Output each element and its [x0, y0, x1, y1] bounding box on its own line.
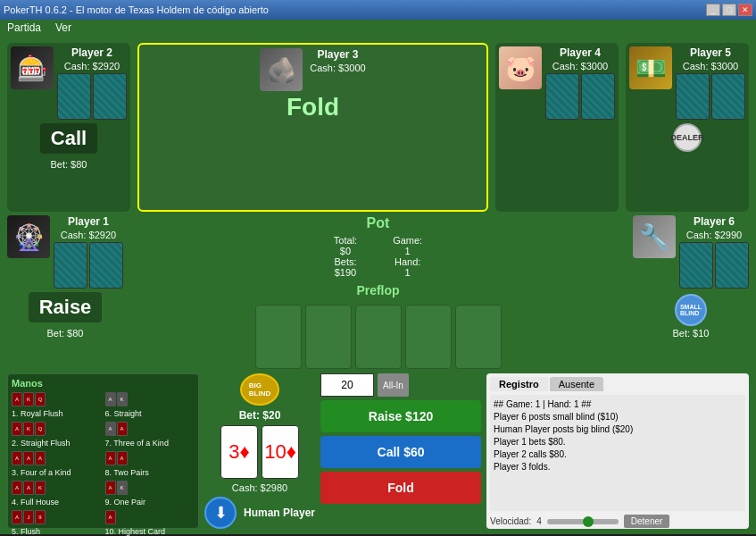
top-players-row: 🎰 Player 2 Cash: $2920 Call Bet: $80 🪨 — [0, 36, 756, 212]
hand-3: 3. Four of a Kind — [12, 468, 102, 477]
table-center: Pot Total: $0 Bets: $190 Game: 1 Hand: 1… — [130, 215, 626, 369]
player1-bet: Bet: $80 — [47, 328, 84, 339]
minimize-button[interactable]: _ — [706, 4, 720, 16]
human-player-name: Human Player — [244, 507, 315, 519]
menu-bar: Partida Ver — [0, 20, 756, 36]
pot-total-value: $0 — [334, 246, 357, 256]
human-card-1: 3♦ — [220, 425, 258, 479]
pot-game-value: 1 — [393, 246, 422, 256]
maximize-button[interactable]: □ — [722, 4, 736, 16]
allin-button[interactable]: All-In — [378, 373, 409, 397]
speed-label: Velocidad: — [490, 516, 531, 526]
player6-bet: Bet: $10 — [673, 328, 710, 339]
hand-1: 1. Royal Flush — [12, 409, 102, 418]
hands-panel: Manos AKQ 1. Royal Flush AKQ 2. Straight — [7, 373, 199, 529]
player3-cash: Cash: $3000 — [310, 63, 365, 73]
player2-cash: Cash: $2920 — [64, 61, 120, 71]
player1-action: Raise — [29, 292, 103, 322]
bet-input[interactable] — [320, 373, 374, 397]
tab-registro[interactable]: Registro — [490, 377, 548, 391]
hand-9: 9. One Pair — [105, 498, 195, 507]
fold-button[interactable]: Fold — [320, 472, 481, 504]
human-card-2: 10♦ — [262, 425, 299, 479]
pot-bets-label: Bets: — [334, 256, 357, 267]
pot-hand-value: 1 — [393, 267, 422, 278]
big-blind-badge: BIGBLIND — [240, 373, 279, 406]
player6-name: Player 6 — [694, 215, 735, 228]
player2-bet: Bet: $80 — [51, 159, 87, 170]
middle-row: 🎡 Player 1 Cash: $2920 Raise Bet: $80 Po… — [0, 212, 756, 368]
preflop-label: Preflop — [356, 283, 399, 297]
pot-label: Pot — [367, 215, 390, 231]
human-cards: 3♦ 10♦ — [220, 425, 299, 479]
hand-8: 8. Two Pairs — [105, 468, 195, 477]
log-panel: Registro Ausente ## Game: 1 | Hand: 1 ##… — [486, 373, 749, 529]
player4-box: 🐷 Player 4 Cash: $3000 — [495, 43, 619, 212]
human-cash: Cash: $2980 — [232, 482, 287, 493]
bottom-area: Manos AKQ 1. Royal Flush AKQ 2. Straight — [0, 368, 756, 534]
detener-button[interactable]: Detener — [624, 515, 670, 528]
pot-game-label: Game: — [393, 235, 422, 246]
hand-6: 6. Straight — [105, 409, 195, 418]
player3-action: Fold — [287, 93, 339, 121]
raise-button[interactable]: Raise $120 — [320, 400, 481, 432]
player5-name: Player 5 — [690, 46, 731, 59]
call-button[interactable]: Call $60 — [320, 436, 481, 468]
menu-partida[interactable]: Partida — [7, 21, 41, 34]
speed-value: 4 — [536, 516, 542, 526]
pot-total-label: Total: — [334, 235, 357, 246]
player1-box: 🎡 Player 1 Cash: $2920 Raise Bet: $80 — [7, 215, 123, 339]
player1-name: Player 1 — [68, 215, 109, 228]
player4-cash: Cash: $3000 — [552, 61, 608, 71]
hands-title: Manos — [12, 378, 195, 389]
player2-name: Player 2 — [71, 46, 112, 59]
player3-box: 🪨 Player 3 Cash: $3000 Fold — [137, 43, 488, 212]
down-arrow-button[interactable]: ⬇ — [204, 497, 237, 529]
window-title: PokerTH 0.6.2 - El motor de Texas Holdem… — [4, 4, 269, 15]
speed-slider[interactable] — [547, 519, 619, 524]
community-cards — [255, 305, 502, 369]
player4-name: Player 4 — [560, 46, 601, 59]
title-bar: PokerTH 0.6.2 - El motor de Texas Holdem… — [0, 0, 756, 20]
player6-cash: Cash: $2990 — [686, 230, 742, 240]
player6-box: 🔧 Player 6 Cash: $2990 SMALLBLIND Bet: $… — [633, 215, 749, 339]
hand-7: 7. Three of a Kind — [105, 439, 195, 448]
hand-5: 5. Flush — [12, 527, 102, 536]
dealer-badge: DEALER — [673, 123, 702, 152]
menu-ver[interactable]: Ver — [55, 21, 71, 34]
small-blind-badge: SMALLBLIND — [675, 294, 707, 326]
player2-box: 🎰 Player 2 Cash: $2920 Call Bet: $80 — [7, 43, 130, 212]
hand-2: 2. Straight Flush — [12, 439, 102, 448]
player1-cash: Cash: $2920 — [61, 230, 116, 240]
main-area: Partida Ver 🎰 Player 2 Cash: $2920 Call — [0, 20, 756, 534]
hand-10: 10. Highest Card — [105, 527, 195, 536]
human-player-area: BIGBLIND Bet: $20 3♦ 10♦ Cash: $2980 ⬇ H… — [204, 373, 315, 529]
hand-4: 4. Full House — [12, 498, 102, 507]
action-area: All-In Raise $120 Call $60 Fold — [320, 373, 481, 529]
player2-action: Call — [40, 123, 97, 154]
player5-box: 💵 Player 5 Cash: $3000 DEALER — [626, 43, 749, 212]
tab-ausente[interactable]: Ausente — [550, 377, 603, 391]
pot-bets-value: $190 — [334, 267, 357, 278]
human-bet-label: Bet: $20 — [239, 409, 281, 422]
player3-name: Player 3 — [317, 48, 358, 61]
player5-cash: Cash: $3000 — [683, 61, 738, 71]
pot-hand-label: Hand: — [393, 256, 422, 267]
log-content: ## Game: 1 | Hand: 1 ## Player 6 posts s… — [490, 395, 745, 511]
close-button[interactable]: ✕ — [738, 4, 752, 16]
